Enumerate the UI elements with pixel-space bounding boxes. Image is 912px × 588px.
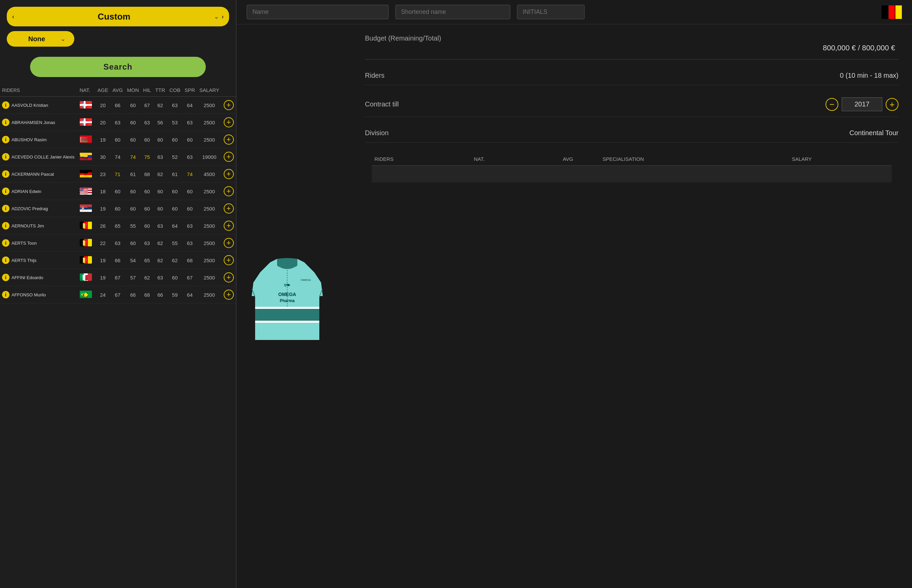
contract-increase-button[interactable]: +: [886, 98, 899, 111]
rider-info-icon[interactable]: i: [2, 136, 10, 143]
rider-hil: 60: [141, 217, 153, 234]
rider-add-cell: +: [221, 149, 236, 166]
rider-flag-cell: 🇷🇸: [78, 200, 95, 217]
riders-row: Riders 0 (10 min - 18 max): [365, 66, 899, 85]
svg-rect-0: [255, 308, 319, 321]
rider-add-button[interactable]: +: [224, 204, 234, 213]
division-row: Division Continental Tour: [365, 124, 899, 142]
rider-hil: 68: [141, 286, 153, 304]
rider-cob: 59: [167, 286, 182, 304]
rider-flag: 🇳🇴: [80, 118, 92, 126]
rider-ttr: 63: [153, 149, 167, 166]
initials-input[interactable]: [517, 5, 584, 19]
rider-info-icon[interactable]: i: [2, 153, 10, 160]
rider-ttr: 63: [153, 217, 167, 234]
rider-add-button[interactable]: +: [224, 272, 234, 283]
rider-info-icon[interactable]: i: [2, 102, 10, 109]
right-panel: Q8▶ OMEGA Pharma OMEGA Budget (Remaining…: [237, 0, 912, 588]
contract-decrease-button[interactable]: −: [825, 98, 838, 111]
rider-spr: 64: [182, 286, 197, 304]
right-table-row-empty: [372, 166, 892, 183]
rider-info-icon[interactable]: i: [2, 239, 10, 247]
rider-cob: 53: [167, 114, 182, 131]
rider-flag: 🇧🇪: [80, 239, 92, 246]
right-col-nat: NAT.: [471, 153, 536, 166]
rider-name-cell: i AFFONSO Murilo: [0, 286, 78, 304]
none-dropdown[interactable]: ‹ None ⌄ ›: [7, 31, 74, 47]
rider-info-icon[interactable]: i: [2, 291, 10, 299]
rider-age: 19: [95, 200, 110, 217]
rider-name-inner: i AERTS Thijs: [2, 257, 76, 264]
rider-info-icon[interactable]: i: [2, 257, 10, 264]
none-chevron-down-icon: ⌄: [60, 35, 66, 43]
rider-cob: 60: [167, 200, 182, 217]
rider-flag-cell: 🇧🇪: [78, 234, 95, 252]
rider-add-button[interactable]: +: [224, 221, 234, 231]
rider-hil: 60: [141, 131, 153, 149]
rider-add-button[interactable]: +: [224, 238, 234, 248]
right-col-avg: AVG: [536, 153, 600, 166]
col-avg: AVG: [110, 84, 125, 97]
col-salary: SALARY: [197, 84, 221, 97]
rider-add-button[interactable]: +: [224, 117, 234, 128]
rider-info-icon[interactable]: i: [2, 205, 10, 212]
search-button[interactable]: Search: [30, 57, 206, 77]
flag-selector[interactable]: [881, 5, 902, 19]
budget-section: Budget (Remaining/Total) 800,000 € / 800…: [365, 34, 899, 52]
rider-salary: 2500: [197, 114, 221, 131]
svg-text:OMEGA: OMEGA: [301, 278, 311, 281]
rider-avg: 60: [110, 131, 125, 149]
custom-arrow-right[interactable]: ›: [222, 13, 224, 20]
rider-add-button[interactable]: +: [224, 100, 234, 110]
rider-flag: 🇩🇪: [80, 170, 92, 178]
rider-name-cell: i ACKERMANN Pascal: [0, 166, 78, 183]
right-riders-section: RIDERS NAT. AVG SPECIALISATION SALARY: [365, 153, 899, 578]
rider-ttr: 60: [153, 183, 167, 200]
none-arrow-right[interactable]: ›: [68, 37, 69, 42]
rider-cob: 63: [167, 97, 182, 114]
riders-list-scroll[interactable]: RIDERS NAT. AGE AVG MON HIL TTR COB SPR …: [0, 84, 236, 588]
contract-label: Contract till: [365, 100, 399, 108]
jersey-svg: Q8▶ OMEGA Pharma OMEGA: [250, 255, 324, 343]
rider-spr: 63: [182, 217, 197, 234]
rider-salary: 2500: [197, 97, 221, 114]
rider-info-icon[interactable]: i: [2, 170, 10, 178]
rider-info-icon[interactable]: i: [2, 274, 10, 281]
right-body: Q8▶ OMEGA Pharma OMEGA Budget (Remaining…: [237, 24, 912, 588]
rider-cob: 64: [167, 217, 182, 234]
rider-flag-cell: 🇳🇴: [78, 97, 95, 114]
rider-spr: 63: [182, 149, 197, 166]
rider-mon: 57: [125, 269, 141, 286]
rider-age: 19: [95, 252, 110, 269]
table-row: i AFFONSO Murilo 🇧🇷246766686659642500+: [0, 286, 236, 304]
rider-flag-cell: 🇧🇾: [78, 131, 95, 149]
rider-add-button[interactable]: +: [224, 186, 234, 196]
rider-add-button[interactable]: +: [224, 169, 234, 179]
rider-add-button[interactable]: +: [224, 255, 234, 265]
rider-mon: 74: [125, 149, 141, 166]
rider-flag: 🇮🇹: [80, 273, 92, 281]
rider-salary: 2500: [197, 234, 221, 252]
table-row: i AERNOUTS Jim 🇧🇪266555606364632500+: [0, 217, 236, 234]
custom-dropdown[interactable]: ‹ Custom ⌄ ›: [7, 7, 229, 26]
rider-age: 24: [95, 286, 110, 304]
rider-info-icon[interactable]: i: [2, 187, 10, 195]
name-input[interactable]: [247, 5, 389, 19]
rider-hil: 63: [141, 234, 153, 252]
shortened-name-input[interactable]: [395, 5, 510, 19]
rider-info-icon[interactable]: i: [2, 119, 10, 126]
rider-age: 19: [95, 131, 110, 149]
rider-name-inner: i AFFONSO Murilo: [2, 291, 76, 299]
rider-add-button[interactable]: +: [224, 152, 234, 162]
rider-name: AERTS Toon: [11, 241, 37, 246]
rider-add-button[interactable]: +: [224, 289, 234, 300]
rider-salary: 2500: [197, 286, 221, 304]
rider-cob: 60: [167, 131, 182, 149]
col-spr: SPR: [182, 84, 197, 97]
rider-name-inner: i ABRAHAMSEN Jonas: [2, 119, 76, 126]
rider-info-icon[interactable]: i: [2, 222, 10, 229]
rider-add-button[interactable]: +: [224, 134, 234, 145]
rider-mon: 54: [125, 252, 141, 269]
rider-cob: 60: [167, 269, 182, 286]
contract-year-input[interactable]: [842, 97, 882, 111]
